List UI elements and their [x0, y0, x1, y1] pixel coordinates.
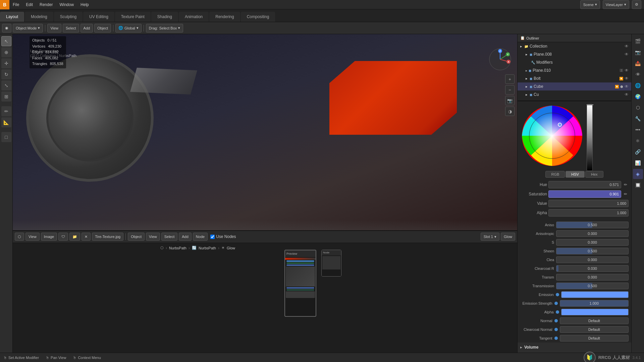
tab-layout[interactable]: Layout: [0, 12, 24, 22]
right-icon-material[interactable]: ◈: [633, 169, 643, 179]
node-editor-content[interactable]: ⬡ › NurbsPath › 🔄 NurbsPath › ☀ Glow Pre…: [13, 243, 517, 362]
tool-measure[interactable]: 📐: [1, 117, 11, 127]
tool-box[interactable]: □: [1, 132, 11, 142]
emission-strength-bar[interactable]: 1.000: [560, 300, 629, 307]
right-icon-scene2[interactable]: 🌐: [633, 80, 643, 90]
menu-file[interactable]: File: [9, 0, 22, 9]
node-thumb-large[interactable]: Preview: [284, 250, 316, 317]
tool-scale[interactable]: ⤡: [1, 80, 11, 90]
emission-swatch[interactable]: [561, 291, 629, 298]
axis-gizmo[interactable]: Z Y X: [488, 48, 512, 71]
node-image-btn[interactable]: Image: [41, 233, 57, 241]
node-folder-btn[interactable]: 📁: [69, 233, 80, 241]
tool-transform[interactable]: ⊞: [1, 92, 11, 102]
right-icon-physics[interactable]: ⚛: [633, 136, 643, 146]
right-icon-render[interactable]: 📷: [633, 47, 643, 57]
tool-move[interactable]: ✛: [1, 58, 11, 68]
right-icon-view[interactable]: 👁: [633, 69, 643, 79]
engine-dropdown[interactable]: ⚙: [632, 0, 641, 9]
toolbar-object-btn[interactable]: Object: [94, 24, 111, 33]
node-view-btn[interactable]: View: [25, 233, 40, 241]
color-mode-rgb[interactable]: RGB: [545, 171, 565, 178]
right-icon-object[interactable]: ⬡: [633, 103, 643, 113]
right-icon-data[interactable]: 📊: [633, 158, 643, 168]
transmission-bar[interactable]: 0.000: [556, 274, 629, 281]
outliner-item-c[interactable]: ▸ ◼ C 👁: [518, 99, 631, 101]
scene-dropdown[interactable]: Scene ▾: [580, 0, 600, 9]
toolbar-mode-icon[interactable]: ◉: [2, 24, 11, 33]
brightness-strip[interactable]: [587, 104, 593, 171]
tool-rotate[interactable]: ↻: [1, 69, 11, 79]
volume-section[interactable]: ▸ Volume: [518, 343, 631, 352]
app-logo[interactable]: B: [0, 0, 9, 9]
node-glow-btn[interactable]: Glow: [501, 233, 515, 241]
saturation-edit-icon[interactable]: ✏: [623, 191, 629, 197]
outliner-item-cu[interactable]: ▸ ◼ Cu 👁: [518, 90, 631, 99]
color-mode-hsv[interactable]: HSV: [566, 171, 585, 178]
clearcoat-r-bar[interactable]: 0.030: [556, 265, 629, 272]
outliner-item-modifiers[interactable]: 🔧 Modifiers: [518, 58, 631, 66]
clearcoat-bar[interactable]: 0.000: [556, 256, 629, 263]
toolbar-select-btn[interactable]: Select: [63, 24, 79, 33]
viewport-3d[interactable]: View Select Add Object ⊙ ◑ Options ▾: [13, 34, 517, 231]
node-view2-btn[interactable]: View: [146, 233, 160, 241]
tab-animation[interactable]: Animation: [179, 12, 209, 22]
node-file-icon[interactable]: 🛡: [58, 233, 68, 241]
right-icon-constraints[interactable]: 🔗: [633, 147, 643, 157]
menu-render[interactable]: Render: [36, 0, 56, 9]
node-select-btn[interactable]: Select: [161, 233, 178, 241]
toolbar-add-btn[interactable]: Add: [80, 24, 93, 33]
right-icon-output[interactable]: 📤: [633, 58, 643, 68]
alpha-input[interactable]: 1.000: [548, 209, 629, 217]
node-slot-dropdown[interactable]: Slot 1 ▾: [481, 233, 499, 241]
right-icon-modifier[interactable]: 🔧: [633, 114, 643, 124]
outliner-item-cube[interactable]: ▸ ◼ Cube 🔽 ⬢ 👁: [518, 82, 631, 90]
outliner-item-plane010[interactable]: ▸ ◼ Plane.010 2 👁: [518, 66, 631, 74]
right-icon-scene[interactable]: 🎬: [633, 36, 643, 46]
menu-window[interactable]: Window: [56, 0, 77, 9]
hue-input[interactable]: 0.571: [548, 181, 621, 188]
normal-bar[interactable]: Default: [560, 317, 629, 324]
node-close-btn[interactable]: ✕: [82, 233, 91, 241]
menu-help[interactable]: Help: [77, 0, 92, 9]
hue-edit-icon[interactable]: ✏: [623, 182, 629, 188]
aniso-bar[interactable]: 0.500: [556, 222, 629, 228]
menu-edit[interactable]: Edit: [22, 0, 36, 9]
toolbar-view-btn[interactable]: View: [47, 24, 61, 33]
sheen-full-bar[interactable]: 0.500: [556, 248, 629, 254]
tool-annotate[interactable]: ✏: [1, 106, 11, 116]
node-add-btn[interactable]: Add: [179, 233, 192, 241]
drag-dropdown[interactable]: Drag: Select Box ▾: [146, 24, 183, 33]
outliner-item-collection[interactable]: ▸ 📁 Collection 👁: [518, 42, 631, 50]
tab-shading[interactable]: Shading: [151, 12, 178, 22]
node-thumb-small[interactable]: Node: [321, 250, 341, 277]
zoom-in-btn[interactable]: +: [505, 74, 515, 84]
sheen-bar[interactable]: 0.000: [556, 239, 629, 246]
anisotropic-bar[interactable]: 0.000: [556, 230, 629, 237]
node-node-btn[interactable]: Node: [193, 233, 208, 241]
tab-uv-editing[interactable]: UV Editing: [83, 12, 114, 22]
transmission-full-bar[interactable]: 0.500: [556, 283, 629, 289]
value-input[interactable]: 1.000: [548, 200, 629, 207]
color-mode-hex[interactable]: Hex: [585, 171, 603, 178]
outliner-item-bolt[interactable]: ▸ ◼ Bolt 🔽 👁: [518, 74, 631, 82]
outliner-item-plane008[interactable]: ▸ ◼ Plane.008 👁: [518, 50, 631, 58]
zoom-out-btn[interactable]: −: [505, 85, 515, 95]
tangent-bar[interactable]: Default: [560, 335, 629, 342]
tab-modeling[interactable]: Modeling: [25, 12, 53, 22]
right-icon-particles[interactable]: •••: [633, 125, 643, 135]
tool-cursor[interactable]: ⊕: [1, 47, 11, 57]
alpha-swatch[interactable]: [561, 309, 629, 315]
tab-compositing[interactable]: Compositing: [241, 12, 275, 22]
right-icon-texture[interactable]: 🔲: [633, 180, 643, 190]
clearcoat-normal-bar[interactable]: Default: [560, 326, 629, 333]
object-mode-dropdown[interactable]: Object Mode ▾: [13, 24, 43, 33]
tool-select[interactable]: ↖: [1, 36, 11, 46]
viewlayer-dropdown[interactable]: ViewLayer ▾: [603, 0, 629, 9]
use-nodes-checkbox[interactable]: [210, 235, 215, 239]
tab-sculpting[interactable]: Sculpting: [54, 12, 83, 22]
render-preview-btn[interactable]: ◑: [505, 107, 515, 116]
tab-texture-paint[interactable]: Texture Paint: [115, 12, 151, 22]
saturation-input[interactable]: 0.901: [548, 190, 621, 198]
orientation-dropdown[interactable]: 🌐 Global ▾: [115, 24, 142, 33]
